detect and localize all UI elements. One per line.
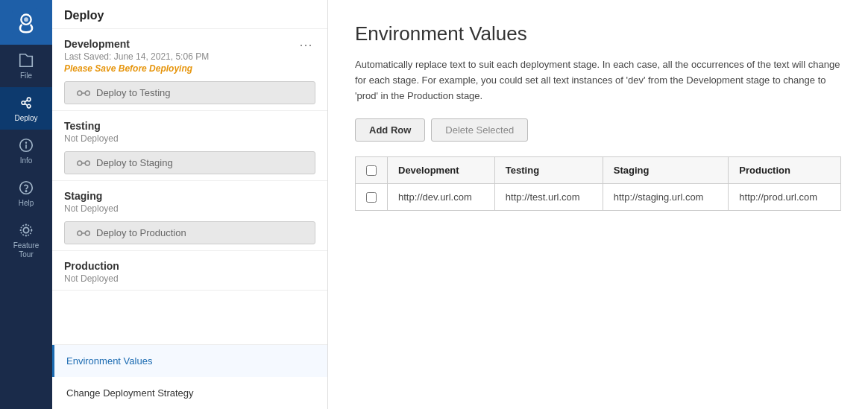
staging-title: Staging — [64, 190, 315, 202]
nav-item-file[interactable]: File — [0, 45, 52, 87]
col-header-staging: Staging — [603, 157, 729, 184]
icon-nav: File Deploy Info Help — [0, 0, 52, 409]
svg-rect-18 — [78, 161, 82, 165]
development-title: Development — [64, 38, 209, 50]
testing-title: Testing — [64, 120, 315, 132]
staging-section: Staging Not Deployed Deploy to Productio… — [52, 181, 327, 251]
development-section: Development Last Saved: June 14, 2021, 5… — [52, 29, 327, 111]
svg-line-6 — [25, 101, 28, 102]
svg-point-13 — [23, 227, 28, 232]
svg-point-2 — [24, 17, 28, 22]
col-header-checkbox — [356, 157, 388, 184]
svg-point-3 — [22, 101, 25, 105]
col-header-production: Production — [729, 157, 841, 184]
deploy-to-staging-button[interactable]: Deploy to Staging — [64, 151, 315, 174]
app-logo[interactable] — [0, 0, 52, 45]
nav-item-feature-tour[interactable]: FeatureTour — [0, 215, 52, 267]
deploy-to-production-button[interactable]: Deploy to Production — [64, 221, 315, 244]
select-all-checkbox[interactable] — [366, 165, 377, 176]
row-staging-value: http://staging.url.com — [603, 184, 729, 211]
testing-section: Testing Not Deployed Deploy to Staging — [52, 111, 327, 181]
row-checkbox-cell — [356, 184, 388, 211]
development-subtitle: Last Saved: June 14, 2021, 5:06 PM — [64, 51, 209, 62]
development-warning: Please Save Before Deploying — [64, 63, 209, 74]
bottom-tabs: Environment Values Change Deployment Str… — [52, 344, 327, 409]
production-subtitle: Not Deployed — [64, 273, 315, 284]
row-checkbox[interactable] — [366, 192, 377, 203]
nav-item-deploy[interactable]: Deploy — [0, 87, 52, 130]
nav-item-info[interactable]: Info — [0, 130, 52, 172]
staging-subtitle: Not Deployed — [64, 203, 315, 214]
svg-rect-21 — [78, 231, 82, 235]
svg-point-12 — [25, 191, 26, 191]
svg-rect-19 — [85, 161, 89, 165]
chain-icon-3 — [77, 229, 90, 238]
page-title: Environment Values — [355, 22, 841, 45]
production-section: Production Not Deployed — [52, 251, 327, 291]
svg-rect-15 — [78, 91, 82, 95]
production-title: Production — [64, 260, 315, 272]
svg-rect-22 — [85, 231, 89, 235]
feature-tour-label: FeatureTour — [13, 241, 39, 259]
svg-point-14 — [21, 225, 32, 236]
row-production-value: http://prod.url.com — [729, 184, 841, 211]
svg-line-7 — [25, 104, 28, 105]
row-development-value: http://dev.url.com — [388, 184, 495, 211]
environment-table: Development Testing Staging Production h… — [355, 156, 841, 211]
main-content: Environment Values Automatically replace… — [328, 0, 868, 409]
table-header-row: Development Testing Staging Production — [356, 157, 841, 184]
chain-icon-2 — [77, 159, 90, 168]
page-description: Automatically replace text to suit each … — [355, 57, 841, 104]
panel-header: Deploy — [52, 0, 327, 29]
col-header-development: Development — [388, 157, 495, 184]
delete-selected-button[interactable]: Delete Selected — [431, 118, 528, 142]
svg-point-4 — [27, 98, 31, 101]
action-bar: Add Row Delete Selected — [355, 118, 841, 142]
tab-change-deployment[interactable]: Change Deployment Strategy — [52, 377, 327, 409]
tab-environment-values[interactable]: Environment Values — [52, 345, 327, 377]
testing-subtitle: Not Deployed — [64, 133, 315, 144]
add-row-button[interactable]: Add Row — [355, 118, 425, 142]
svg-point-5 — [27, 104, 31, 108]
chain-icon — [77, 89, 90, 98]
nav-item-help[interactable]: Help — [0, 172, 52, 215]
svg-rect-16 — [85, 91, 89, 95]
col-header-testing: Testing — [494, 157, 603, 184]
table-row: http://dev.url.com http://test.url.com h… — [356, 184, 841, 211]
row-testing-value: http://test.url.com — [494, 184, 603, 211]
development-dots-menu[interactable]: ⋯ — [296, 38, 315, 51]
middle-panel: Deploy Development Last Saved: June 14, … — [52, 0, 328, 409]
deploy-to-testing-button[interactable]: Deploy to Testing — [64, 81, 315, 104]
